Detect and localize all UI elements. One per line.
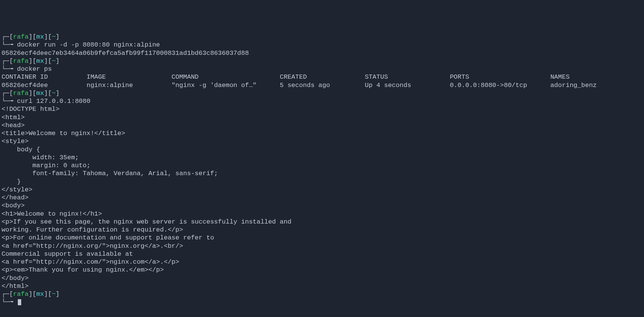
prompt-path: ~ (52, 90, 56, 97)
output-line: <p><em>Thank you for using nginx.</em></… (2, 266, 642, 274)
output-line: working. Further configuration is requir… (2, 226, 642, 234)
prompt-path: ~ (52, 57, 56, 65)
prompt-host: mx (36, 33, 44, 40)
prompt-user: rafa (13, 90, 29, 97)
prompt-user: rafa (13, 33, 29, 40)
output-line: font-family: Tahoma, Verdana, Arial, san… (2, 169, 642, 177)
output-line: 05826ecf4deec7eb3464a06b9fefca5afb99f117… (2, 49, 642, 57)
output-line: <h1>Welcome to nginx!</h1> (2, 210, 642, 218)
command-line: └─╼ docker ps (2, 65, 642, 73)
output-line: width: 35em; (2, 154, 642, 162)
terminal-output[interactable]: ┌─[rafa][mx][~]└─╼ docker run -d -p 8080… (2, 33, 642, 306)
command-line: └─╼ curl 127.0.0.1:8080 (2, 97, 642, 105)
prompt-path: ~ (52, 33, 56, 40)
output-line: </html> (2, 282, 642, 290)
prompt-line: ┌─[rafa][mx][~] (2, 57, 642, 65)
output-line: <a href="http://nginx.org/">nginx.org</a… (2, 242, 642, 250)
output-line: </head> (2, 194, 642, 202)
prompt-host: mx (36, 57, 44, 65)
output-line: </body> (2, 274, 642, 282)
output-line: body { (2, 146, 642, 154)
command-line[interactable]: └─╼ (2, 298, 642, 306)
output-line: <p>If you see this page, the nginx web s… (2, 218, 642, 226)
command-text: docker run -d -p 8080:80 nginx:alpine (17, 41, 160, 48)
prompt-user: rafa (13, 291, 29, 298)
command-text: curl 127.0.0.1:8080 (17, 98, 91, 105)
output-line: <a href="http://nginx.com/">nginx.com</a… (2, 258, 642, 266)
prompt-line: ┌─[rafa][mx][~] (2, 33, 642, 41)
output-line: } (2, 178, 642, 186)
output-line: <body> (2, 202, 642, 210)
ps-header: CONTAINER ID IMAGE COMMAND CREATED STATU… (2, 73, 642, 81)
output-line: <html> (2, 113, 642, 121)
output-line: margin: 0 auto; (2, 162, 642, 169)
prompt-host: mx (36, 90, 44, 97)
output-line: <head> (2, 121, 642, 129)
prompt-user: rafa (13, 57, 29, 65)
prompt-path: ~ (52, 291, 56, 298)
output-line: <p>For online documentation and support … (2, 234, 642, 242)
cursor (18, 299, 21, 305)
prompt-host: mx (36, 291, 44, 298)
output-line: </style> (2, 186, 642, 194)
prompt-line: ┌─[rafa][mx][~] (2, 290, 642, 298)
output-line: <style> (2, 137, 642, 145)
output-line: Commercial support is available at (2, 250, 642, 258)
ps-row: 05826ecf4dee nginx:alpine "nginx -g 'dae… (2, 81, 642, 89)
output-line: <!DOCTYPE html> (2, 105, 642, 113)
command-text: docker ps (17, 65, 52, 73)
output-line: <title>Welcome to nginx!</title> (2, 129, 642, 137)
command-line: └─╼ docker run -d -p 8080:80 nginx:alpin… (2, 41, 642, 49)
prompt-line: ┌─[rafa][mx][~] (2, 89, 642, 97)
